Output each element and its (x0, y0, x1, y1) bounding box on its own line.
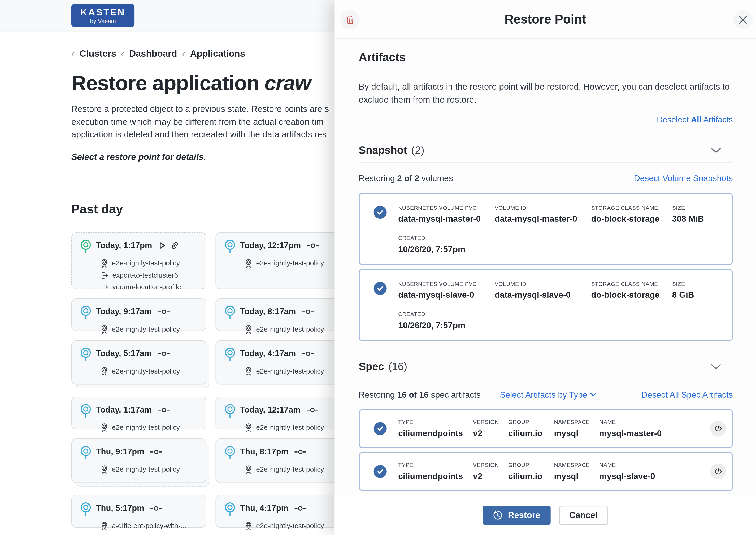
restore-point-pin-icon (224, 239, 236, 255)
policy-award-icon (101, 259, 108, 268)
field-group: GROUP cilium.io (508, 419, 554, 438)
spec-restoring-count: 16 of 16 (397, 390, 428, 400)
volume-selected-checkbox[interactable] (374, 282, 387, 295)
snapshot-restoring-count: 2 of 2 (397, 173, 419, 183)
restore-point-time: Today, 1:17am (96, 405, 152, 414)
breadcrumb-dashboard[interactable]: Dashboard (129, 49, 177, 59)
field-created: CREATED 10/26/20, 7:57pm (398, 235, 723, 255)
policy-row: e2e-nightly-test-policy (245, 259, 345, 268)
chevron-down-icon (711, 364, 721, 370)
field-group: GROUP cilium.io (508, 462, 554, 481)
restore-point-time: Thu, 5:17pm (96, 503, 144, 513)
collapse-snapshot-button[interactable] (711, 147, 721, 153)
policy-row: e2e-nightly-test-policy (245, 324, 345, 334)
restore-point-card[interactable]: Thu, 4:17pm e2e-nightly-test-policy (216, 495, 350, 527)
policy-row: e2e-nightly-test-policy (245, 521, 345, 530)
volume-snapshot-card: KUBERNETES VOLUME PVC data-mysql-slave-0… (359, 269, 733, 341)
close-panel-button[interactable] (734, 10, 753, 29)
restore-point-time: Thu, 4:17pm (240, 503, 288, 513)
manual-snapshot-icon (294, 446, 306, 458)
snapshot-count: (2) (411, 144, 424, 156)
restore-point-pin-icon (224, 347, 236, 363)
restore-point-card[interactable]: Today, 5:17am e2e-nightly-test-policy (72, 340, 206, 384)
policy-award-icon (101, 521, 108, 530)
restore-point-time: Today, 12:17pm (240, 241, 301, 250)
restore-point-card[interactable]: Today, 8:17am e2e-nightly-test-policy (216, 298, 350, 331)
policy-row: veeam-location-profile (101, 283, 201, 291)
select-artifacts-by-type-link[interactable]: Select Artifacts by Type (500, 390, 596, 400)
spec-section-header: Spec (16) (359, 360, 733, 373)
artifact-selected-checkbox[interactable] (374, 422, 387, 435)
artifacts-heading: Artifacts (359, 51, 733, 64)
manual-snapshot-icon (150, 502, 162, 514)
code-icon (714, 468, 722, 474)
cancel-button[interactable]: Cancel (559, 506, 608, 525)
link-icon[interactable] (170, 240, 179, 251)
restore-point-card[interactable]: Today, 1:17am e2e-nightly-test-policy (72, 396, 206, 429)
restore-point-card[interactable]: Today, 12:17am e2e-nightly-test-policy (216, 396, 350, 429)
restore-point-pin-icon (224, 445, 236, 462)
restore-point-card[interactable]: Today, 1:17pm e2e-nightly-test-policy ex… (72, 232, 206, 289)
breadcrumb-applications[interactable]: Applications (190, 49, 245, 59)
manual-snapshot-icon (306, 404, 319, 416)
breadcrumb-clusters[interactable]: Clusters (79, 49, 116, 59)
spec-artifact-card: TYPE ciliumendpoints VERSION v2 GROUP ci… (359, 452, 733, 491)
restore-point-card[interactable]: Today, 12:17pm e2e-nightly-test-policy (216, 232, 350, 289)
view-artifact-yaml-button[interactable] (710, 464, 726, 479)
spec-heading: Spec (359, 360, 384, 373)
policy-award-icon (245, 366, 252, 376)
restore-point-card[interactable]: Thu, 5:17pm a-different-policy-with-... (72, 495, 206, 527)
policy-row: e2e-nightly-test-policy (101, 324, 201, 334)
restore-point-panel-body: Artifacts By default, all artifacts in t… (334, 39, 756, 495)
field-namespace: NAMESPACE mysql (554, 462, 599, 481)
policy-award-icon (101, 465, 108, 474)
view-artifact-yaml-button[interactable] (710, 421, 726, 436)
delete-restore-point-button[interactable] (340, 10, 360, 29)
policy-row: export-to-testcluster6 (101, 271, 201, 279)
deselect-all-artifacts-link[interactable]: Deselect All Artifacts (657, 115, 733, 124)
restore-point-time: Today, 5:17am (96, 349, 152, 358)
restore-point-card[interactable]: Thu, 9:17pm e2e-nightly-test-policy (72, 438, 206, 483)
manual-snapshot-icon (306, 240, 319, 251)
restore-point-time: Thu, 8:17pm (240, 447, 288, 456)
policy-award-icon (245, 423, 252, 432)
restore-point-card[interactable]: Today, 4:17am e2e-nightly-test-policy (216, 340, 350, 384)
close-icon (739, 15, 747, 24)
export-icon (101, 271, 108, 279)
field-size: SIZE 308 MiB (672, 204, 723, 224)
restore-button[interactable]: Restore (483, 506, 550, 525)
snapshot-heading: Snapshot (359, 144, 407, 156)
restore-point-time: Today, 8:17am (240, 307, 296, 316)
policy-row: e2e-nightly-test-policy (101, 465, 201, 474)
restore-history-icon (493, 510, 503, 520)
volume-selected-checkbox[interactable] (374, 206, 387, 219)
chevron-left-icon: ‹ (182, 49, 186, 59)
run-action-icon[interactable] (158, 240, 166, 251)
kasten-logo[interactable]: KASTEN by Veeam (72, 4, 134, 27)
restore-point-time: Today, 9:17am (96, 307, 152, 316)
deselect-volume-snapshots-link[interactable]: Desect Volume Snapshots (634, 173, 733, 183)
field-name: NAME mysql-master-0 (599, 419, 710, 438)
spec-restoring-row: Restoring 16 of 16 spec artifacts Select… (359, 390, 733, 400)
field-storage-class-name: STORAGE CLASS NAME do-block-storage (591, 280, 672, 300)
restore-point-card[interactable]: Thu, 8:17pm e2e-nightly-test-policy (216, 438, 350, 483)
export-icon (101, 283, 108, 291)
field-type: TYPE ciliumendpoints (398, 419, 473, 438)
application-name: craw (264, 71, 311, 94)
policy-row: e2e-nightly-test-policy (101, 423, 201, 432)
policy-award-icon (101, 423, 108, 432)
deselect-all-spec-artifacts-link[interactable]: Desect All Spec Artifacts (641, 390, 733, 400)
manual-snapshot-icon (150, 446, 162, 458)
policy-award-icon (245, 324, 252, 334)
collapse-spec-button[interactable] (711, 364, 721, 370)
manual-snapshot-icon (302, 306, 314, 317)
kasten-logo-text: KASTEN (72, 8, 134, 17)
app-root: KASTEN by Veeam ‹ Clusters ‹ Dashboard ‹… (0, 0, 756, 535)
restore-point-pin-icon (224, 403, 236, 419)
check-icon (376, 424, 384, 433)
artifact-selected-checkbox[interactable] (374, 465, 387, 478)
policy-row: e2e-nightly-test-policy (101, 259, 201, 268)
restore-point-card[interactable]: Today, 9:17am e2e-nightly-test-policy (72, 298, 206, 331)
policy-row: e2e-nightly-test-policy (245, 423, 345, 432)
field-version: VERSION v2 (473, 419, 508, 438)
